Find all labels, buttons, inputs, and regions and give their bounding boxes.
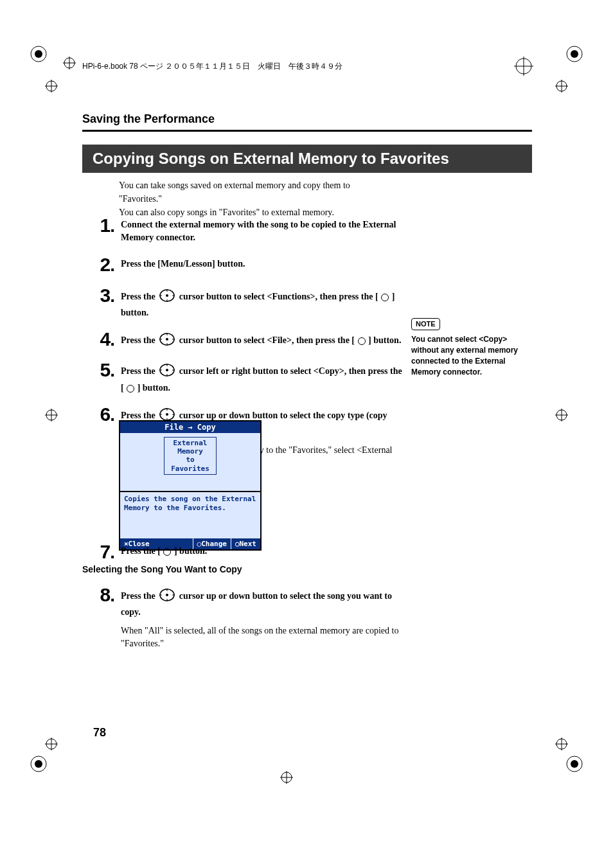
step-8: 8. Press the cursor up or down button to… (82, 584, 404, 650)
page-banner: Copying Songs on External Memory to Favo… (82, 145, 532, 173)
svg-point-54 (166, 413, 168, 416)
steps-list-3: 8. Press the cursor up or down button to… (82, 575, 404, 650)
svg-point-5 (35, 760, 42, 768)
svg-point-7 (571, 760, 578, 768)
cursor-icon (159, 288, 175, 306)
lcd-selection: External Memory to Favorites (164, 437, 217, 475)
svg-point-48 (166, 369, 168, 371)
step-text: Press the [Menu/Lesson] button. (121, 254, 245, 270)
register-mark-icon (45, 738, 58, 750)
step-number: 8. (82, 584, 114, 606)
register-mark-icon (45, 80, 58, 93)
register-mark-icon (45, 409, 58, 421)
register-mark-icon (514, 57, 533, 76)
step-5: 5. Press the cursor left or right button… (82, 359, 404, 394)
step-number: 7. (82, 541, 114, 563)
svg-point-42 (166, 338, 168, 341)
register-mark-icon (555, 409, 568, 421)
step-text: Connect the external memory with the son… (121, 215, 404, 245)
lcd-screenshot: File → Copy External Memory to Favorites… (119, 420, 262, 551)
circle-button-icon (163, 548, 171, 556)
cursor-icon (159, 363, 175, 381)
step-3: 3. Press the cursor button to select <Fu… (82, 285, 404, 320)
svg-point-1 (35, 50, 42, 58)
register-mark-icon (555, 738, 568, 750)
note-label: NOTE (411, 318, 440, 330)
svg-point-3 (571, 50, 578, 58)
step-4: 4. Press the cursor button to select <Fi… (82, 328, 404, 350)
step-text: Press the cursor button to select <Funct… (121, 285, 404, 320)
register-mark-icon (555, 80, 568, 93)
book-page-info: HPi-6-e.book 78 ページ ２００５年１１月１５日 火曜日 午後３時… (82, 61, 342, 72)
crop-mark-icon (30, 755, 48, 773)
step-7: 7. Press the [ ] button. (82, 541, 404, 563)
register-mark-icon (63, 57, 76, 69)
note-box: NOTE You cannot select <Copy> without an… (411, 318, 533, 378)
crop-mark-icon (565, 755, 583, 773)
crop-mark-icon (30, 45, 48, 63)
step-number: 5. (82, 359, 114, 381)
step-number: 4. (82, 328, 114, 350)
circle-button-icon (127, 385, 134, 393)
sub-heading: Selecting the Song You Want to Copy (82, 564, 242, 574)
step-text: Press the cursor up or down button to se… (121, 584, 404, 650)
step-number: 1. (82, 215, 114, 236)
lcd-body: External Memory to Favorites (120, 433, 260, 491)
cursor-icon (159, 588, 175, 606)
svg-point-60 (166, 594, 168, 596)
cursor-icon (159, 332, 175, 350)
step-1: 1. Connect the external memory with the … (82, 215, 404, 245)
step-number: 2. (82, 254, 114, 276)
page: HPi-6-e.book 78 ページ ２００５年１１月１５日 火曜日 午後３時… (0, 0, 613, 868)
circle-button-icon (358, 337, 366, 345)
step-2: 2. Press the [Menu/Lesson] button. (82, 254, 404, 276)
crop-mark-icon (565, 45, 583, 63)
steps-list-2: 7. Press the [ ] button. (82, 532, 404, 563)
step-text: Press the cursor left or right button to… (121, 359, 404, 394)
step-text: Press the [ ] button. (121, 541, 207, 558)
step-text: Press the cursor button to select <File>… (121, 328, 401, 350)
page-number: 78 (93, 726, 106, 740)
register-mark-icon (280, 771, 293, 784)
step-number: 3. (82, 285, 114, 306)
lcd-description: Copies the song on the External Memory t… (120, 491, 260, 538)
svg-point-36 (166, 294, 168, 297)
step-number: 6. (82, 403, 114, 425)
lcd-title: File → Copy (120, 421, 260, 433)
note-text: You cannot select <Copy> without any ext… (411, 335, 518, 376)
horizontal-rule (82, 130, 532, 132)
circle-button-icon (381, 294, 389, 301)
section-title: Saving the Performance (82, 112, 215, 126)
